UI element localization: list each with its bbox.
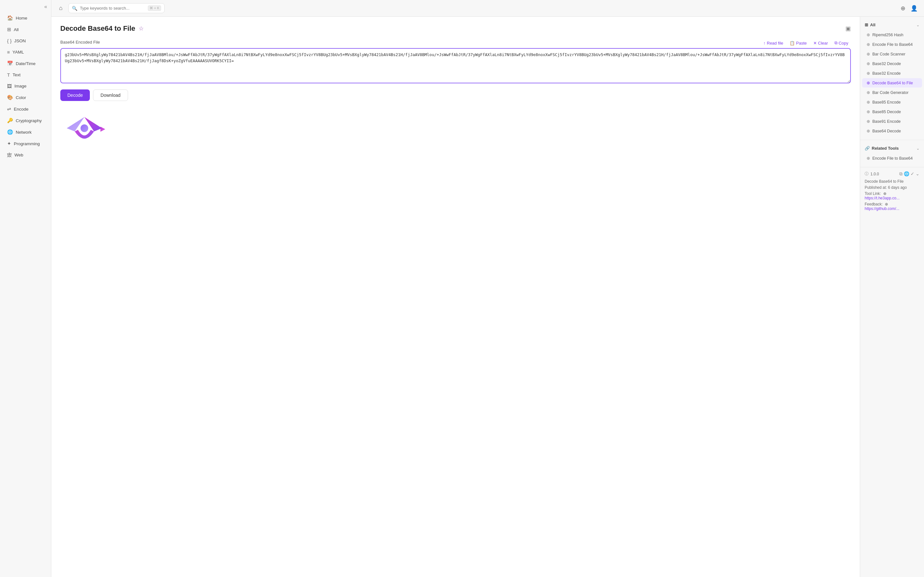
input-toolbar: Base64 Encoded File ↑ Read file 📋 Paste …: [60, 39, 851, 47]
sidebar-item-encode[interactable]: ⇌ Encode: [2, 103, 49, 114]
content-area: Decode Base64 to File ☆ ▣ Base64 Encoded…: [51, 17, 860, 577]
check-icon[interactable]: ✓: [911, 171, 914, 177]
sidebar-item-yaml[interactable]: ≡ YAML: [2, 47, 49, 57]
globe-icon[interactable]: 🌐: [904, 171, 909, 177]
read-file-icon: ↑: [764, 41, 766, 45]
base85-decode-icon: ⊕: [867, 109, 870, 114]
svg-marker-1: [100, 127, 105, 132]
right-item-ripemd256[interactable]: ⊕ Ripemd256 Hash: [862, 30, 922, 39]
text-icon: T: [7, 72, 10, 77]
right-item-encode-file-base64-2[interactable]: ⊕ Encode File to Base64: [862, 153, 922, 163]
paste-button[interactable]: 📋 Paste: [787, 39, 809, 47]
right-item-base91-encode[interactable]: ⊕ Base91 Encode: [862, 117, 922, 126]
version-section: ⓘ 1.0.0 ⧉ 🌐 ✓ ⌄ Decode Base64 to File: [860, 167, 924, 216]
sidebar-item-image[interactable]: 🖼 Image: [2, 81, 49, 91]
right-panel-scrollable: ⊞ All ⌄ ⊕ Ripemd256 Hash ⊕ Encode File t…: [860, 17, 924, 577]
base32-decode-icon: ⊕: [867, 61, 870, 66]
clear-icon: ✕: [813, 41, 817, 45]
collapse-icon[interactable]: «: [44, 4, 47, 10]
sidebar-item-label: Network: [16, 130, 32, 135]
topbar-right: ⊕ 👤: [899, 3, 919, 13]
tool-name-row: Decode Base64 to File: [865, 179, 919, 184]
sidebar: « 🏠 Home ⊞ All { } JSON ≡ YAML 📅 Date/Ti…: [0, 0, 51, 577]
topbar: ⌂ 🔍 ⌘ + K ⊕ 👤: [51, 0, 924, 17]
sidebar-item-label: Encode: [14, 107, 29, 111]
right-item-base32-decode[interactable]: ⊕ Base32 Decode: [862, 59, 922, 68]
sidebar-item-color[interactable]: 🎨 Color: [2, 92, 49, 103]
sidebar-item-json[interactable]: { } JSON: [2, 35, 49, 46]
right-item-base85-encode[interactable]: ⊕ Base85 Encode: [862, 97, 922, 107]
encoded-textarea[interactable]: [60, 48, 851, 83]
cryptography-icon: 🔑: [7, 118, 13, 123]
search-input[interactable]: [80, 6, 145, 11]
search-bar: 🔍 ⌘ + K: [68, 3, 165, 13]
app-container: ⌂ 🔍 ⌘ + K ⊕ 👤 Decode Base64 to File ☆ ▣ …: [51, 0, 924, 577]
right-item-barcode-scanner[interactable]: ⊕ Bar Code Scanner: [862, 49, 922, 59]
sidebar-item-label: Date/Time: [16, 61, 36, 66]
decode-base64-file-icon: ⊕: [867, 81, 870, 85]
sidebar-item-label: Image: [15, 84, 27, 89]
sidebar-item-label: Programming: [14, 141, 40, 146]
base85-encode-icon: ⊕: [867, 100, 870, 105]
base32-encode-icon: ⊕: [867, 71, 870, 76]
page-header: Decode Base64 to File ☆ ▣: [60, 24, 851, 33]
tool-link-row: Tool Link: ⊕ https://t.he3app.co...: [865, 191, 919, 200]
decode-button[interactable]: Decode: [60, 89, 90, 101]
all-section-title: ⊞ All: [865, 23, 876, 27]
right-item-decode-base64-file[interactable]: ⊕ Decode Base64 to File: [862, 78, 922, 87]
right-item-base85-decode[interactable]: ⊕ Base85 Decode: [862, 107, 922, 116]
all-section-icon: ⊞: [865, 23, 868, 27]
all-section-chevron: ⌄: [916, 23, 919, 27]
sidebar-item-datetime[interactable]: 📅 Date/Time: [2, 58, 49, 69]
paste-icon: 📋: [790, 41, 795, 45]
web-icon: 🕸: [7, 152, 12, 158]
share-button[interactable]: ⊕: [899, 3, 907, 13]
read-file-button[interactable]: ↑ Read file: [761, 39, 786, 47]
related-tools-icon: 🔗: [865, 146, 870, 151]
network-icon: 🌐: [7, 129, 13, 135]
tool-link[interactable]: https://t.he3app.co...: [865, 196, 900, 200]
svg-point-0: [81, 124, 88, 132]
sidebar-item-text[interactable]: T Text: [2, 69, 49, 80]
copy-version-icon[interactable]: ⧉: [899, 171, 903, 177]
all-section-header[interactable]: ⊞ All ⌄: [860, 21, 924, 30]
right-item-encode-file-base64[interactable]: ⊕ Encode File to Base64: [862, 40, 922, 49]
related-tools-chevron: ⌄: [916, 146, 919, 151]
barcode-scanner-icon: ⊕: [867, 52, 870, 56]
encode-file-2-icon: ⊕: [867, 156, 870, 161]
right-panel: ⊞ All ⌄ ⊕ Ripemd256 Hash ⊕ Encode File t…: [860, 17, 924, 577]
related-tools-title: 🔗 Related Tools: [865, 146, 899, 151]
page-title: Decode Base64 to File: [60, 24, 136, 33]
sidebar-item-label: Home: [16, 16, 27, 21]
ripemd256-icon: ⊕: [867, 32, 870, 37]
version-header: ⓘ 1.0.0 ⧉ 🌐 ✓ ⌄: [865, 171, 919, 177]
all-icon: ⊞: [7, 27, 11, 32]
sidebar-item-web[interactable]: 🕸 Web: [2, 150, 49, 160]
copy-button[interactable]: ⧉ Copy: [832, 39, 851, 47]
sidebar-item-programming[interactable]: ✦ Programming: [2, 138, 49, 149]
user-button[interactable]: 👤: [909, 3, 919, 13]
sidebar-item-label: JSON: [14, 39, 26, 43]
sidebar-item-all[interactable]: ⊞ All: [2, 24, 49, 35]
right-item-base64-decode[interactable]: ⊕ Base64 Decode: [862, 126, 922, 135]
layout-toggle-button[interactable]: ▣: [845, 25, 851, 32]
download-button[interactable]: Download: [93, 89, 128, 101]
sidebar-item-label: YAML: [13, 50, 24, 55]
feedback-link[interactable]: https://github.com/...: [865, 206, 899, 211]
sidebar-item-network[interactable]: 🌐 Network: [2, 127, 49, 137]
copy-icon: ⧉: [835, 40, 837, 45]
right-item-base32-encode[interactable]: ⊕ Base32 Encode: [862, 69, 922, 78]
expand-icon[interactable]: ⌄: [916, 171, 919, 177]
sidebar-collapse-btn[interactable]: «: [0, 3, 51, 12]
home-button[interactable]: ⌂: [57, 3, 65, 13]
favorite-button[interactable]: ☆: [139, 25, 144, 32]
version-info-icon: ⓘ: [865, 171, 869, 177]
sidebar-item-label: Text: [13, 73, 21, 77]
related-tools-header[interactable]: 🔗 Related Tools ⌄: [860, 144, 924, 153]
sidebar-item-label: Web: [15, 153, 23, 157]
sidebar-item-home[interactable]: 🏠 Home: [2, 13, 49, 23]
sidebar-item-cryptography[interactable]: 🔑 Cryptography: [2, 115, 49, 126]
clear-button[interactable]: ✕ Clear: [811, 39, 830, 47]
right-item-barcode-generator[interactable]: ⊕ Bar Code Generator: [862, 88, 922, 97]
feedback-row: Feedback: ⊕ https://github.com/...: [865, 202, 919, 211]
